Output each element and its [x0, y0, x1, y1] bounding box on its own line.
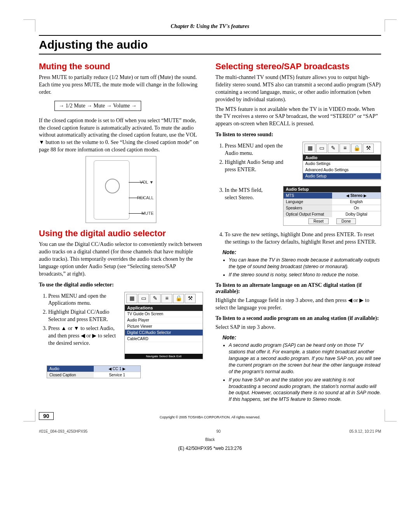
heading-muting: Muting the sound	[39, 61, 203, 72]
menu-item: Picture Viewer	[125, 323, 203, 330]
paragraph: You can use the Digital CC/Audio selecto…	[39, 241, 203, 277]
table-cell: ◀ Stereo ▶	[332, 193, 381, 198]
procedure-title: To listen to a second audio program on a…	[215, 315, 381, 321]
menu-item: Audio Settings	[303, 161, 381, 167]
heading-stereo-sap: Selecting stereo/SAP broadcasts	[215, 61, 381, 72]
menu-tab-icon: ▦	[304, 144, 315, 153]
paragraph: The multi-channel TV sound (MTS) feature…	[215, 74, 381, 104]
note-label: Note:	[222, 334, 381, 341]
footer-page: 90	[216, 429, 220, 434]
reset-button: Reset	[308, 218, 329, 224]
step: To save the new settings, highlight Done…	[225, 231, 381, 246]
menu-tab-icon: ⚒	[185, 294, 196, 303]
menu-item: CableCARD	[125, 336, 203, 342]
heading-digital-audio: Using the digital audio selector	[39, 228, 203, 239]
menu-tab-icon: ✎	[328, 144, 339, 153]
menu-tab-icon: 🔒	[351, 144, 362, 153]
note-item: You can leave the TV in Stereo mode beca…	[229, 257, 381, 270]
note-label: Note:	[222, 249, 381, 255]
paragraph: The MTS feature is not available when th…	[215, 106, 381, 128]
step: Highlight Audio Setup and press ENTER.	[225, 159, 295, 174]
table-cell: Speakers	[284, 205, 332, 211]
step: Press ▲ or ▼ to select Audio, and then p…	[48, 325, 117, 347]
menu-tab-icon: ≡	[340, 144, 350, 153]
paragraph: Highlight the Language field in step 3 a…	[215, 297, 381, 312]
footer-black: Black	[39, 437, 381, 442]
table-cell: Closed Caption	[47, 372, 94, 378]
remote-figure: VOL ▼ RECALL MUTE	[86, 156, 156, 223]
paragraph: Press MUTE to partially reduce (1/2 Mute…	[39, 74, 203, 96]
footer-file: #01E_084-093_4250HPX95	[39, 429, 88, 434]
paragraph: If the closed caption mode is set to Off…	[39, 117, 203, 154]
table-cell: Optical Output Format	[284, 211, 332, 217]
table-cell: On	[332, 205, 381, 211]
table-cell: Dolby Digital	[332, 211, 381, 217]
audio-setup-table: Audio Setup MTS ◀ Stereo ▶ LanguageEngli…	[283, 186, 381, 226]
step: Press MENU and open the Applications men…	[48, 293, 117, 307]
menu-header: Audio	[303, 155, 381, 161]
menu-tab-icon: ▭	[316, 144, 327, 153]
procedure-title: To listen to an alternate language on an…	[215, 282, 381, 295]
note-item: If the stereo sound is noisy, select Mon…	[229, 272, 381, 278]
copyright: Copyright © 2005 TOSHIBA CORPORATION. Al…	[39, 415, 381, 419]
menu-item: Advanced Audio Settings	[303, 167, 381, 173]
table-cell: ◀ CC 1 ▶	[94, 366, 140, 372]
page-title: Adjusting the audio	[39, 35, 381, 54]
table-cell: MTS	[284, 193, 332, 198]
note-item: If you have SAP on and the station you a…	[229, 377, 381, 403]
step: Press MENU and open the Audio menu.	[225, 142, 295, 157]
step: Highlight Digital CC/Audio Selector and …	[48, 309, 117, 323]
footer-model: (E) 42/50HPX95 *web 213:276	[39, 446, 381, 451]
menu-item: Audio Player	[125, 317, 203, 323]
done-button: Done	[336, 218, 356, 224]
footer-date: 05.9.12, 10:21 PM	[349, 429, 381, 434]
menu-tab-icon: ▦	[126, 294, 137, 303]
table-cell: English	[332, 199, 381, 205]
menu-tab-icon: ✎	[150, 294, 161, 303]
table-cell: Service 1	[94, 372, 140, 378]
menu-tab-icon: ≡	[161, 294, 172, 303]
menu-tab-icon: ⚒	[363, 144, 374, 153]
step: In the MTS field, select Stereo.	[225, 187, 275, 202]
menu-tab-icon: 🔒	[173, 294, 184, 303]
menu-item: TV Guide On Screen	[125, 311, 203, 317]
table-cell: Audio	[47, 366, 94, 372]
service-table: Audio ◀ CC 1 ▶ Closed Caption Service 1	[47, 365, 141, 378]
table-cell: Language	[284, 199, 332, 205]
menu-item-selected: Audio Setup	[303, 173, 381, 179]
menu-hintbar: Navigate Select Back Exit	[125, 354, 203, 359]
menu-item-selected: Digital CC/Audio Selector	[125, 330, 203, 336]
note-item: A second audio program (SAP) can be hear…	[229, 342, 381, 375]
chapter-header: Chapter 8: Using the TV's features	[39, 23, 381, 30]
menu-header: Applications	[125, 305, 203, 311]
table-header: Audio Setup	[284, 186, 381, 192]
procedure-title: To use the digital audio selector:	[39, 282, 203, 288]
paragraph: Select SAP in step 3 above.	[215, 324, 381, 331]
mute-cycle-diagram: → 1/2 Mute → Mute → Volume →	[54, 101, 141, 111]
menu-tab-icon: ▭	[138, 294, 149, 303]
procedure-title: To listen to stereo sound:	[215, 132, 381, 138]
